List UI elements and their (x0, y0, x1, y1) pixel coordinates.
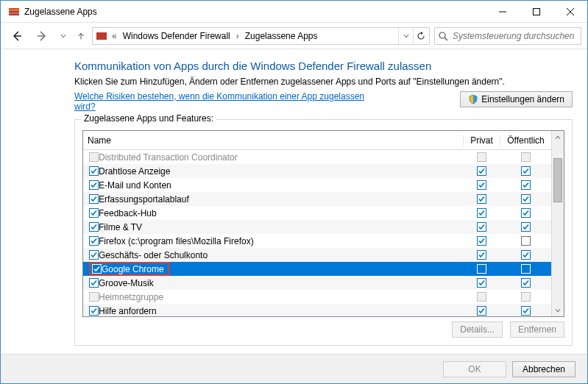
private-checkbox-col (463, 166, 500, 176)
refresh-button[interactable] (413, 28, 428, 44)
app-name-label: Drahtlose Anzeige (99, 166, 463, 177)
checkbox[interactable] (89, 166, 99, 176)
checkbox[interactable] (89, 236, 99, 246)
checkbox[interactable] (477, 278, 486, 288)
app-row[interactable]: Firefox (c:\program files\Mozilla Firefo… (83, 234, 551, 248)
checkbox[interactable] (477, 236, 486, 246)
scroll-down-button[interactable] (552, 304, 564, 316)
apps-list[interactable]: Name Privat Öffentlich Distributed Trans… (82, 130, 564, 317)
checkbox[interactable] (477, 208, 486, 218)
search-icon (438, 31, 448, 41)
checkbox[interactable] (477, 166, 486, 176)
checkbox[interactable] (521, 208, 531, 218)
checkbox[interactable] (521, 306, 531, 316)
app-row[interactable]: Feedback-Hub (83, 206, 551, 220)
col-private-header[interactable]: Privat (463, 135, 500, 146)
forward-button[interactable] (32, 26, 52, 46)
remove-button[interactable]: Entfernen (510, 321, 564, 338)
minimize-button[interactable] (486, 1, 520, 23)
close-button[interactable] (553, 1, 587, 23)
up-button[interactable] (74, 26, 88, 46)
back-button[interactable] (7, 26, 27, 46)
search-box[interactable] (434, 27, 581, 45)
checkbox[interactable] (521, 166, 531, 176)
scroll-up-button[interactable] (552, 131, 564, 143)
list-header[interactable]: Name Privat Öffentlich (83, 131, 551, 150)
ok-button[interactable]: OK (443, 361, 506, 377)
checkbox[interactable] (477, 306, 486, 316)
app-name-label: Feedback-Hub (99, 208, 463, 218)
vertical-scrollbar[interactable] (551, 131, 564, 316)
public-checkbox-col (500, 208, 551, 218)
app-row[interactable]: E-Mail und Konten (83, 178, 551, 192)
checkbox[interactable] (521, 194, 531, 204)
app-row[interactable]: Groove-Musik (83, 276, 551, 290)
checkbox[interactable] (521, 292, 531, 302)
checkbox[interactable] (521, 264, 531, 274)
checkbox[interactable] (89, 306, 99, 316)
private-checkbox-col (463, 292, 500, 302)
checkbox[interactable] (477, 194, 486, 204)
app-row[interactable]: Erfassungsportalablauf (83, 192, 551, 206)
checkbox[interactable] (477, 264, 486, 274)
checkbox[interactable] (521, 278, 531, 288)
checkbox[interactable] (92, 264, 102, 274)
app-row[interactable]: Filme & TV (83, 220, 551, 234)
allowed-apps-group: Zugelassene Apps und Features: Name Priv… (74, 119, 573, 346)
checkbox[interactable] (89, 208, 99, 218)
checkbox[interactable] (89, 278, 99, 288)
public-checkbox-col (500, 250, 551, 260)
col-public-header[interactable]: Öffentlich (500, 135, 551, 146)
private-checkbox-col (463, 306, 500, 316)
checkbox[interactable] (521, 222, 531, 232)
checkbox[interactable] (477, 292, 486, 302)
change-settings-button[interactable]: Einstellungen ändern (460, 91, 573, 107)
scroll-thumb[interactable] (553, 158, 562, 202)
checkbox[interactable] (521, 180, 531, 190)
checkbox[interactable] (89, 222, 99, 232)
breadcrumb-segment-1[interactable]: Windows Defender Firewall (120, 31, 233, 41)
checkbox[interactable] (521, 250, 531, 260)
breadcrumb-bar[interactable]: « Windows Defender Firewall › Zugelassen… (92, 27, 430, 45)
app-row[interactable]: Google Chrome (83, 262, 551, 276)
firewall-icon (96, 30, 107, 42)
app-row[interactable]: Geschäfts- oder Schulkonto (83, 248, 551, 262)
search-input[interactable] (451, 30, 578, 42)
public-checkbox-col (500, 152, 551, 162)
risks-link[interactable]: Welche Risiken bestehen, wenn die Kommun… (74, 91, 369, 112)
checkbox[interactable] (89, 152, 99, 162)
private-checkbox-col (463, 180, 500, 190)
app-row[interactable]: Distributed Transaction Coordinator (83, 150, 551, 164)
checkbox[interactable] (521, 152, 531, 162)
checkbox[interactable] (477, 180, 486, 190)
cancel-button[interactable]: Abbrechen (512, 361, 575, 377)
app-name-label: Google Chrome (102, 264, 164, 274)
checkbox[interactable] (477, 152, 486, 162)
window-title: Zugelassene Apps (24, 7, 97, 17)
app-row[interactable]: Hilfe anfordern (83, 304, 551, 316)
app-name-label: Groove-Musik (99, 278, 463, 288)
checkbox[interactable] (89, 180, 99, 190)
checkbox[interactable] (521, 236, 531, 246)
breadcrumb-segment-2[interactable]: Zugelassene Apps (242, 31, 321, 41)
checkbox[interactable] (477, 222, 486, 232)
checkbox[interactable] (89, 194, 99, 204)
maximize-button[interactable] (520, 1, 553, 23)
public-checkbox-col (500, 194, 551, 204)
app-row[interactable]: Drahtlose Anzeige (83, 164, 551, 178)
col-name-header[interactable]: Name (83, 135, 463, 146)
svg-rect-11 (96, 32, 107, 40)
app-name-label: Hilfe anfordern (99, 306, 463, 316)
checkbox[interactable] (477, 250, 486, 260)
app-name-label: E-Mail und Konten (99, 180, 463, 191)
app-row[interactable]: Heimnetzgruppe (83, 290, 551, 304)
history-dropdown-button[interactable] (57, 26, 70, 46)
private-checkbox-col (463, 278, 500, 288)
checkbox[interactable] (89, 250, 99, 260)
checkbox[interactable] (89, 292, 99, 302)
chevron-left-icon[interactable]: « (110, 31, 118, 41)
app-name-label: Distributed Transaction Coordinator (99, 152, 463, 163)
details-button[interactable]: Details... (452, 321, 503, 338)
svg-rect-1 (9, 8, 19, 10)
breadcrumb-dropdown-button[interactable] (398, 28, 413, 44)
